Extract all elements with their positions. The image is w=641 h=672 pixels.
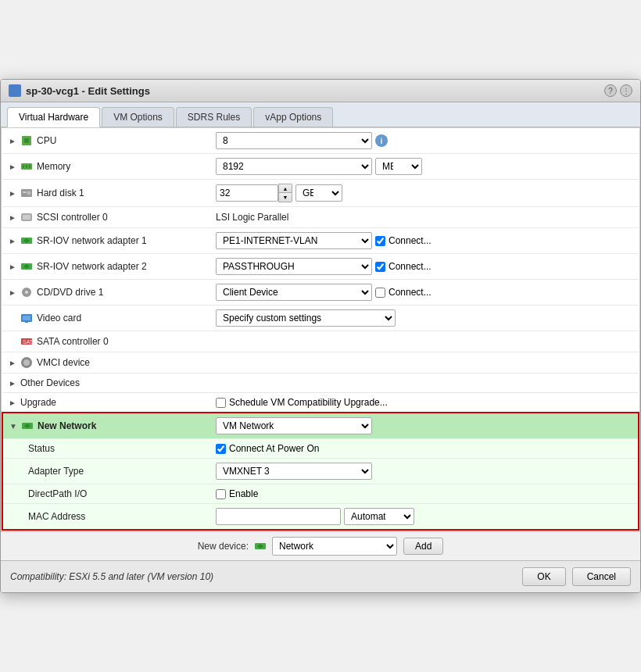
- disk-down-btn[interactable]: ▼: [279, 193, 292, 202]
- cddvd-icon: [20, 286, 33, 298]
- svg-point-14: [25, 291, 28, 294]
- scsi-value: LSI Logic Parallel: [216, 212, 288, 223]
- adapter-type-field: VMXNET 3 E1000 E1000e: [216, 463, 632, 480]
- cancel-button[interactable]: Cancel: [572, 567, 631, 586]
- titlebar: sp-30-vcg1 - Edit Settings ? ⋮: [1, 80, 640, 102]
- cddvd-select[interactable]: Client Device: [216, 284, 372, 301]
- cpu-info-icon[interactable]: i: [375, 134, 388, 147]
- new-network-directpath-row: DirectPath I/O Enable: [2, 484, 639, 504]
- status-checkbox-label: Connect At Power On: [216, 443, 632, 454]
- new-network-field: VM Network: [216, 417, 632, 434]
- device-label-other: ► Other Devices: [9, 377, 203, 388]
- status-checkbox[interactable]: [216, 444, 226, 454]
- cddvd-label: CD/DVD drive 1: [37, 287, 103, 298]
- expand-arrow-cpu[interactable]: ►: [9, 137, 16, 145]
- sriov1-connect-checkbox[interactable]: [375, 236, 385, 246]
- other-label: Other Devices: [20, 377, 80, 388]
- expand-arrow-scsi[interactable]: ►: [9, 213, 16, 222]
- scsi-label: SCSI controller 0: [37, 212, 108, 223]
- sriov2-select[interactable]: PASSTHROUGH: [216, 258, 372, 275]
- svg-point-21: [23, 359, 30, 366]
- disk-unit-select[interactable]: GB MB: [295, 184, 342, 202]
- device-label-vmci: ► VMCI device: [9, 356, 203, 369]
- sriov1-select[interactable]: PE1-INTERNET-VLAN: [216, 232, 372, 249]
- memory-select[interactable]: 8192: [216, 158, 372, 175]
- mac-mode-select[interactable]: Automatic Manual: [344, 508, 414, 525]
- upgrade-checkbox[interactable]: [216, 398, 226, 408]
- new-device-select[interactable]: Network Hard Disk CD/DVD Drive Floppy Dr…: [272, 537, 397, 556]
- expand-arrow-sriov2[interactable]: ►: [9, 263, 16, 271]
- help-button[interactable]: ?: [604, 84, 617, 97]
- expand-arrow-new-network[interactable]: ▼: [9, 422, 17, 431]
- table-row: ► Other Devices: [2, 374, 639, 393]
- expand-arrow-memory[interactable]: ►: [9, 163, 16, 171]
- tabs-bar: Virtual Hardware VM Options SDRS Rules v…: [1, 102, 640, 127]
- cpu-icon: [20, 134, 33, 147]
- new-network-select[interactable]: VM Network: [216, 417, 372, 434]
- sriov1-label: SR-IOV network adapter 1: [37, 235, 147, 246]
- memory-label: Memory: [37, 161, 70, 172]
- disk-icon: [20, 187, 33, 199]
- table-row: ► Video card Specify custom settings: [2, 306, 639, 331]
- memory-icon: [20, 160, 33, 173]
- cddvd-connect-text: Connect...: [389, 287, 432, 298]
- svg-rect-5: [29, 165, 30, 168]
- mac-label: MAC Address: [28, 511, 85, 522]
- video-select[interactable]: Specify custom settings: [216, 309, 396, 327]
- sriov1-connect-label: Connect...: [375, 235, 432, 246]
- device-label-cddvd: ► CD/DVD drive 1: [9, 286, 203, 298]
- table-row: ► CD/DVD drive 1 Client Device: [2, 280, 639, 306]
- cpu-select[interactable]: 8: [216, 132, 372, 149]
- directpath-checkbox-label: Enable: [216, 488, 632, 499]
- device-label-sriov2: ► SR-IOV network adapter 2: [9, 260, 203, 273]
- add-device-button[interactable]: Add: [403, 538, 443, 555]
- scsi-icon: [20, 211, 33, 223]
- dialog-buttons: OK Cancel: [522, 567, 631, 586]
- expand-arrow-cddvd[interactable]: ►: [9, 288, 16, 297]
- table-row: ► Memory 8192: [2, 154, 639, 180]
- new-network-header-row: ▼ New Network VM Network: [2, 413, 639, 439]
- more-button[interactable]: ⋮: [620, 84, 632, 97]
- sata-label: SATA controller 0: [37, 336, 109, 347]
- disk-up-btn[interactable]: ▲: [279, 184, 292, 193]
- cpu-label: CPU: [37, 135, 56, 146]
- device-label-scsi: ► SCSI controller 0: [9, 211, 203, 223]
- content-area: ► CPU 8 i: [1, 127, 640, 531]
- cddvd-connect-checkbox[interactable]: [375, 288, 385, 298]
- mac-input[interactable]: [216, 508, 341, 525]
- device-label-cpu: ► CPU: [9, 134, 203, 147]
- tab-virtual-hardware[interactable]: Virtual Hardware: [7, 107, 100, 127]
- network-device-icon: [255, 541, 266, 552]
- svg-rect-4: [26, 165, 27, 168]
- sriov2-connect-checkbox[interactable]: [375, 262, 385, 272]
- directpath-checkbox[interactable]: [216, 489, 226, 499]
- directpath-value: Enable: [229, 488, 258, 499]
- expand-arrow-disk[interactable]: ►: [9, 189, 16, 198]
- upgrade-label: Upgrade: [20, 397, 56, 408]
- sriov1-connect-text: Connect...: [389, 235, 432, 246]
- expand-arrow-other[interactable]: ►: [9, 379, 16, 388]
- disk-spinner: ▲ ▼: [216, 184, 292, 202]
- cddvd-field: Client Device Connect...: [216, 284, 632, 301]
- device-label-sata: ► SATA SATA controller 0: [9, 335, 203, 348]
- titlebar-controls: ? ⋮: [604, 84, 632, 97]
- tab-sdrs-rules[interactable]: SDRS Rules: [176, 107, 252, 127]
- tab-vapp-options[interactable]: vApp Options: [253, 107, 333, 127]
- expand-arrow-upgrade[interactable]: ►: [9, 399, 16, 407]
- table-row: ► SR-IOV network adapter 2 PASSTHROUGH: [2, 254, 639, 280]
- svg-text:SATA: SATA: [23, 339, 33, 345]
- memory-unit-select[interactable]: MB GB: [375, 158, 422, 175]
- expand-arrow-sriov1[interactable]: ►: [9, 237, 16, 245]
- disk-input[interactable]: [216, 184, 278, 202]
- adapter-type-select[interactable]: VMXNET 3 E1000 E1000e: [216, 463, 372, 480]
- video-label: Video card: [37, 313, 81, 323]
- new-network-icon: [21, 420, 34, 432]
- video-icon: [20, 312, 33, 324]
- compat-text: Compatibility: ESXi 5.5 and later (VM ve…: [10, 571, 213, 582]
- ok-button[interactable]: OK: [522, 567, 565, 586]
- expand-arrow-vmci[interactable]: ►: [9, 359, 16, 367]
- tab-vm-options[interactable]: VM Options: [102, 107, 174, 127]
- window-title: sp-30-vcg1 - Edit Settings: [26, 85, 150, 97]
- vmci-icon: [20, 356, 33, 369]
- hardware-table: ► CPU 8 i: [2, 128, 639, 531]
